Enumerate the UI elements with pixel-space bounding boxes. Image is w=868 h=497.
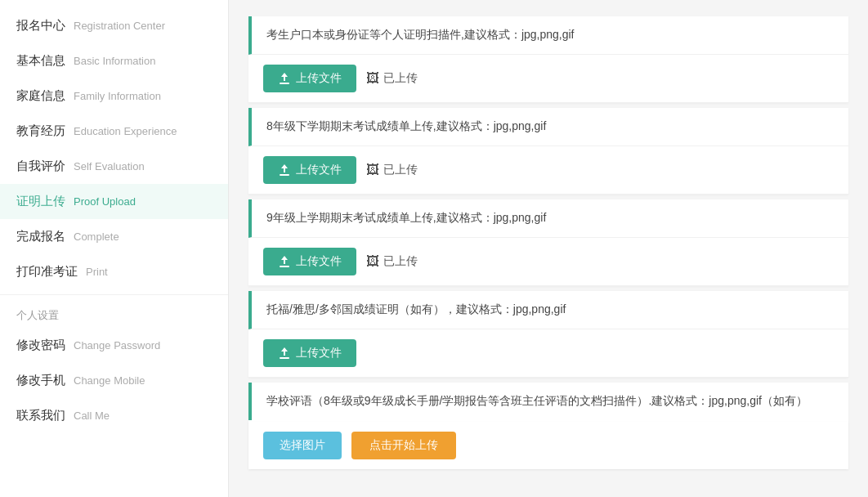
sidebar-item-basic-info[interactable]: 基本信息 Basic Information	[0, 43, 228, 78]
bottom-action-bar: 选择图片 点击开始上传	[248, 422, 848, 469]
upload-file-button-3[interactable]: 上传文件	[263, 248, 356, 275]
upload-file-button-1[interactable]: 上传文件	[263, 65, 356, 92]
upload-description-1: 考生户口本或身份证等个人证明扫描件,建议格式：jpg,png,gif	[248, 16, 848, 55]
svg-rect-1	[280, 174, 289, 176]
svg-rect-3	[280, 357, 289, 359]
upload-action-bar-1: 上传文件 🖼 已上传	[248, 55, 848, 103]
sidebar-item-education[interactable]: 教育经历 Education Experience	[0, 114, 228, 149]
sidebar-en-label: Complete	[74, 231, 119, 243]
image-icon-3: 🖼	[366, 254, 379, 269]
sidebar-zh-label: 家庭信息	[16, 88, 65, 104]
sidebar-item-family-info[interactable]: 家庭信息 Family Information	[0, 78, 228, 114]
sidebar-item-contact-us[interactable]: 联系我们 Call Me	[0, 398, 228, 433]
main-content: 考生户口本或身份证等个人证明扫描件,建议格式：jpg,png,gif 上传文件 …	[229, 0, 868, 497]
sidebar-item-self-eval[interactable]: 自我评价 Self Evaluation	[0, 149, 228, 184]
uploaded-badge-3: 🖼 已上传	[366, 254, 418, 269]
sidebar-en-label: Self Evaluation	[74, 160, 145, 172]
sidebar-en-label: Proof Upload	[74, 195, 136, 208]
upload-file-button-2[interactable]: 上传文件	[263, 156, 356, 184]
image-icon-2: 🖼	[366, 163, 379, 177]
sidebar: 报名中心 Registration Center 基本信息 Basic Info…	[0, 0, 229, 497]
sidebar-zh-label: 证明上传	[16, 194, 65, 209]
sidebar-en-label: Family Information	[74, 90, 161, 102]
upload-group-2: 8年级下学期期末考试成绩单上传,建议格式：jpg,png,gif 上传文件 🖼 …	[248, 108, 848, 195]
sidebar-en-label: Print	[86, 266, 108, 278]
svg-rect-0	[280, 83, 289, 84]
upload-group-5: 学校评语（8年级或9年级成长手册/学期报告等含班主任评语的文档扫描件）.建议格式…	[248, 383, 848, 469]
upload-icon	[278, 163, 291, 177]
personal-settings-title: 个人设置	[0, 300, 228, 328]
upload-action-bar-2: 上传文件 🖼 已上传	[248, 146, 848, 195]
svg-rect-2	[280, 266, 289, 267]
upload-action-bar-4: 上传文件	[248, 329, 848, 378]
select-image-button[interactable]: 选择图片	[263, 432, 342, 459]
sidebar-item-complete[interactable]: 完成报名 Complete	[0, 219, 228, 254]
sidebar-zh-label: 修改手机	[16, 373, 65, 388]
sidebar-item-print[interactable]: 打印准考证 Print	[0, 254, 228, 289]
upload-description-4: 托福/雅思/多邻国成绩证明（如有），建议格式：jpg,png,gif	[248, 291, 848, 329]
sidebar-zh-label: 教育经历	[16, 123, 65, 139]
sidebar-zh-label: 联系我们	[16, 408, 65, 423]
upload-icon	[278, 255, 291, 268]
sidebar-en-label: Change Mobile	[74, 374, 145, 387]
sidebar-item-proof-upload[interactable]: 证明上传 Proof Upload	[0, 184, 228, 219]
upload-group-3: 9年级上学期期末考试成绩单上传,建议格式：jpg,png,gif 上传文件 🖼 …	[248, 199, 848, 286]
sidebar-zh-label: 完成报名	[16, 229, 65, 244]
sidebar-zh-label: 基本信息	[16, 53, 65, 69]
upload-description-2: 8年级下学期期末考试成绩单上传,建议格式：jpg,png,gif	[248, 108, 848, 146]
upload-icon	[278, 72, 291, 85]
sidebar-en-label: Change Password	[74, 339, 160, 351]
upload-file-button-4[interactable]: 上传文件	[263, 339, 356, 367]
upload-action-bar-3: 上传文件 🖼 已上传	[248, 238, 848, 286]
upload-icon	[278, 347, 291, 360]
upload-group-4: 托福/雅思/多邻国成绩证明（如有），建议格式：jpg,png,gif 上传文件	[248, 291, 848, 378]
sidebar-zh-label: 自我评价	[16, 159, 65, 174]
sidebar-item-change-password[interactable]: 修改密码 Change Password	[0, 328, 228, 363]
upload-description-3: 9年级上学期期末考试成绩单上传,建议格式：jpg,png,gif	[248, 199, 848, 238]
sidebar-zh-label: 修改密码	[16, 338, 65, 353]
sidebar-divider	[0, 294, 228, 295]
sidebar-en-label: Education Experience	[74, 125, 177, 137]
sidebar-zh-label: 打印准考证	[16, 264, 78, 280]
uploaded-badge-2: 🖼 已上传	[366, 163, 418, 177]
upload-description-5: 学校评语（8年级或9年级成长手册/学期报告等含班主任评语的文档扫描件）.建议格式…	[248, 383, 848, 420]
sidebar-item-change-mobile[interactable]: 修改手机 Change Mobile	[0, 363, 228, 398]
sidebar-item-registration-center[interactable]: 报名中心 Registration Center	[0, 8, 228, 43]
upload-group-1: 考生户口本或身份证等个人证明扫描件,建议格式：jpg,png,gif 上传文件 …	[248, 16, 848, 103]
start-upload-button[interactable]: 点击开始上传	[351, 432, 456, 459]
sidebar-zh-label: 报名中心	[16, 18, 65, 34]
uploaded-badge-1: 🖼 已上传	[366, 71, 418, 86]
sidebar-en-label: Call Me	[74, 410, 110, 422]
sidebar-en-label: Basic Information	[74, 55, 155, 67]
sidebar-en-label: Registration Center	[74, 20, 165, 32]
image-icon-1: 🖼	[366, 71, 379, 86]
